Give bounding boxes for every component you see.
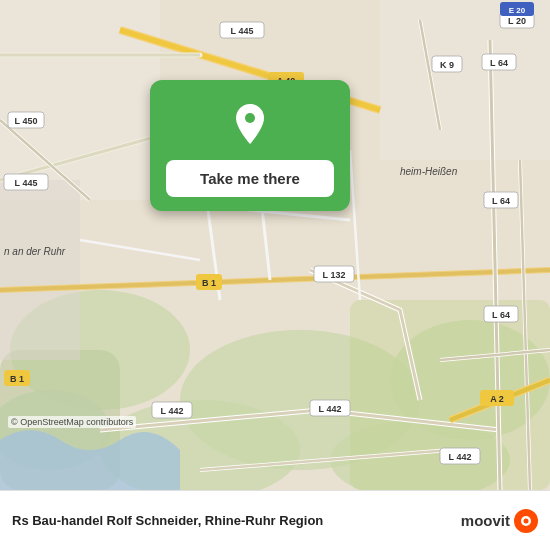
svg-text:L 64: L 64 xyxy=(490,58,508,68)
svg-text:L 64: L 64 xyxy=(492,196,510,206)
svg-text:L 64: L 64 xyxy=(492,310,510,320)
moovit-dot-icon xyxy=(514,509,538,533)
moovit-logo: moovit xyxy=(461,509,538,533)
moovit-text: moovit xyxy=(461,512,510,529)
svg-text:L 450: L 450 xyxy=(15,116,38,126)
osm-credit: © OpenStreetMap contributors xyxy=(8,416,136,428)
location-pin-icon xyxy=(226,100,274,148)
svg-point-50 xyxy=(524,518,529,523)
svg-text:L 442: L 442 xyxy=(449,452,472,462)
map-container: L 445 A 40 K 9 L 450 L 445 L 64 heim-Hei… xyxy=(0,0,550,490)
location-info: Rs Bau-handel Rolf Schneider, Rhine-Ruhr… xyxy=(12,513,451,528)
svg-text:L 20: L 20 xyxy=(508,16,526,26)
svg-text:L 442: L 442 xyxy=(161,406,184,416)
take-me-there-button[interactable]: Take me there xyxy=(166,160,334,197)
bottom-bar: Rs Bau-handel Rolf Schneider, Rhine-Ruhr… xyxy=(0,490,550,550)
svg-text:E 20: E 20 xyxy=(509,6,526,15)
svg-text:B 1: B 1 xyxy=(10,374,24,384)
svg-text:L 445: L 445 xyxy=(15,178,38,188)
svg-text:A 2: A 2 xyxy=(490,394,504,404)
svg-text:L 445: L 445 xyxy=(231,26,254,36)
svg-text:B 1: B 1 xyxy=(202,278,216,288)
svg-point-48 xyxy=(245,113,255,123)
svg-rect-9 xyxy=(0,0,160,200)
location-title: Rs Bau-handel Rolf Schneider, Rhine-Ruhr… xyxy=(12,513,451,528)
svg-text:heim-Heißen: heim-Heißen xyxy=(400,166,458,177)
svg-text:n an der Ruhr: n an der Ruhr xyxy=(4,246,66,257)
svg-rect-11 xyxy=(0,180,80,360)
location-card: Take me there xyxy=(150,80,350,211)
svg-text:L 442: L 442 xyxy=(319,404,342,414)
svg-text:K 9: K 9 xyxy=(440,60,454,70)
svg-text:L 132: L 132 xyxy=(323,270,346,280)
